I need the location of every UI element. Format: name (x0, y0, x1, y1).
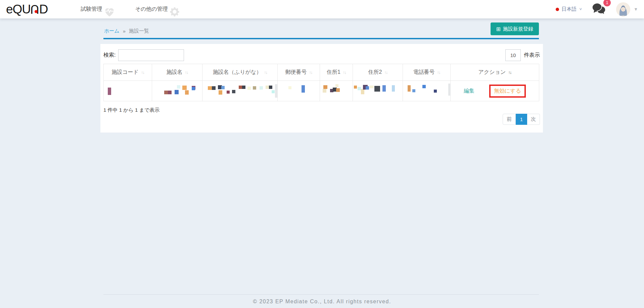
column-label: 住所2 (368, 69, 382, 75)
search-label: 検索: (103, 52, 116, 59)
logo-flipped-u: U (31, 3, 39, 15)
redacted-pixel (434, 90, 437, 93)
search-control: 検索: (103, 49, 184, 61)
table-row: 編集 無効にする (104, 81, 539, 101)
redacted-pixel (382, 85, 386, 92)
cell-phone-redacted (403, 81, 451, 101)
facility-list-card: 検索: 件表示 施設コード↑↓ 施設名↑↓ 施設名（ふりがな）↑↓ 郵便番号↑↓… (100, 44, 543, 133)
japan-flag-icon (556, 8, 559, 11)
avatar (616, 2, 630, 16)
page-size-control: 件表示 (505, 49, 540, 61)
column-label: 郵便番号 (285, 69, 307, 75)
pagination-page-1[interactable]: 1 (516, 114, 527, 125)
redacted-pixel (392, 85, 395, 92)
redacted-pixel (164, 91, 168, 94)
breadcrumb: ホーム » 施設一覧 (104, 28, 149, 34)
column-header-address1[interactable]: 住所1↑↓ (320, 64, 353, 81)
column-label: 施設名 (167, 69, 183, 75)
redacted-pixel (336, 88, 340, 92)
edit-link[interactable]: 編集 (464, 88, 474, 95)
page-footer: © 2023 EP Mediate Co., Ltd. All rights r… (0, 292, 644, 308)
heart-pulse-icon (103, 5, 116, 18)
language-selector[interactable]: 日本語 ˅ (556, 6, 582, 12)
redacted-pixel (182, 86, 187, 90)
action-buttons: 編集 無効にする (451, 85, 539, 98)
cell-facility-name-redacted (152, 81, 202, 101)
notification-badge: 1 (603, 0, 611, 6)
redacted-pixel (370, 86, 374, 88)
redacted-pixel (335, 84, 338, 87)
redacted-pixel (247, 87, 251, 90)
sort-icon: ↑↓ (264, 70, 267, 75)
pagination: 前 1 次 (503, 114, 540, 125)
redacted-pixel (239, 86, 242, 89)
column-header-postal-code[interactable]: 郵便番号↑↓ (278, 64, 320, 81)
breadcrumb-separator-icon: » (123, 28, 126, 34)
footer-divider (103, 294, 539, 295)
user-avatar-illustration (616, 2, 630, 16)
redacted-pixel (177, 85, 180, 89)
cell-address2-redacted (353, 81, 403, 101)
redacted-pixel (108, 88, 111, 95)
disable-link[interactable]: 無効にする (494, 88, 521, 94)
redacted-pixel (275, 84, 277, 98)
results-summary: 1 件中 1 から 1 まで表示 (103, 107, 159, 113)
column-label: アクション (478, 69, 506, 75)
redacted-pixel (412, 89, 415, 92)
language-label: 日本語 (562, 6, 577, 12)
equad-logo[interactable]: eQUUD (6, 3, 48, 15)
redacted-pixel (253, 86, 256, 90)
table-header-row: 施設コード↑↓ 施設名↑↓ 施設名（ふりがな）↑↓ 郵便番号↑↓ 住所1↑↓ 住… (104, 64, 539, 81)
redacted-pixel (408, 85, 411, 92)
sort-icon-active: ↑↓ (508, 70, 511, 75)
navbar-right-cluster: 日本語 ˅ 1 (556, 2, 638, 17)
redacted-pixel (358, 87, 361, 90)
new-facility-label: 施設新規登録 (503, 26, 533, 32)
pagination-next-button[interactable]: 次 (527, 114, 540, 125)
sort-icon: ↑↓ (343, 70, 346, 75)
copyright-text: © 2023 EP Mediate Co., Ltd. All rights r… (0, 299, 644, 305)
main-menu: 試験管理 その他の管理 (81, 3, 181, 16)
redacted-pixel (288, 86, 291, 89)
pagination-prev-button[interactable]: 前 (503, 114, 516, 125)
plus-square-icon: ⊞ (496, 26, 501, 32)
column-header-facility-name[interactable]: 施設名↑↓ (152, 64, 202, 81)
redacted-pixel (422, 85, 426, 88)
top-navbar: eQUUD 試験管理 その他の管理 日本語 ˅ (0, 0, 644, 18)
page-size-input[interactable] (505, 49, 521, 61)
redacted-pixel (168, 91, 172, 94)
redacted-pixel (208, 86, 212, 90)
redacted-pixel (212, 86, 216, 90)
redacted-pixel (219, 90, 222, 95)
column-label: 電話番号 (413, 69, 435, 75)
search-input[interactable] (118, 49, 184, 61)
column-header-phone[interactable]: 電話番号↑↓ (403, 64, 451, 81)
notifications-button[interactable]: 1 (591, 2, 607, 17)
column-label: 施設コード (111, 69, 139, 75)
cell-facility-kana-redacted (202, 81, 278, 101)
user-menu[interactable]: ▼ (616, 2, 638, 16)
column-header-facility-kana[interactable]: 施設名（ふりがな）↑↓ (202, 64, 278, 81)
cell-actions: 編集 無効にする (451, 81, 539, 101)
redacted-pixel (260, 86, 263, 90)
chevron-down-icon: ˅ (580, 7, 582, 12)
column-header-address2[interactable]: 住所2↑↓ (353, 64, 403, 81)
redacted-pixel (242, 86, 245, 89)
logo-text-end: D (39, 3, 48, 15)
sort-icon: ↑↓ (437, 70, 440, 75)
main-content: ホーム » 施設一覧 ⊞ 施設新規登録 検索: 件表示 施設コード↑↓ (0, 18, 644, 308)
redacted-pixel (221, 86, 225, 89)
logo-red-dot (35, 10, 38, 13)
redacted-pixel (366, 86, 369, 90)
menu-item-other-management[interactable]: その他の管理 (135, 3, 181, 16)
breadcrumb-current: 施設一覧 (129, 28, 149, 34)
redacted-pixel (227, 91, 230, 94)
breadcrumb-divider (103, 38, 539, 39)
breadcrumb-home-link[interactable]: ホーム (104, 28, 120, 34)
column-header-facility-code[interactable]: 施設コード↑↓ (104, 64, 152, 81)
new-facility-button[interactable]: ⊞ 施設新規登録 (491, 22, 539, 35)
column-header-action[interactable]: アクション↑↓ (451, 64, 539, 81)
menu-item-trial-management[interactable]: 試験管理 (81, 3, 116, 16)
facility-table: 施設コード↑↓ 施設名↑↓ 施設名（ふりがな）↑↓ 郵便番号↑↓ 住所1↑↓ 住… (103, 64, 539, 101)
redacted-pixel (272, 90, 275, 93)
